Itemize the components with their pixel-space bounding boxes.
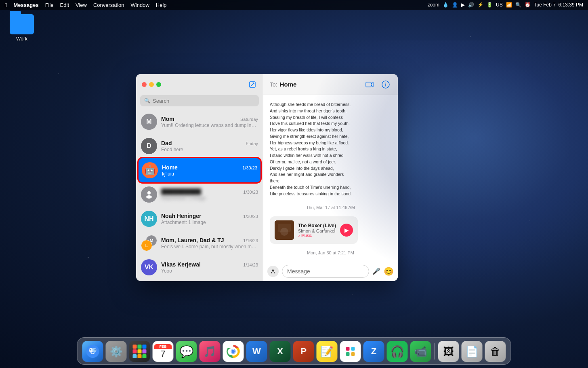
menubar-wifi-icon: 📶 — [506, 2, 512, 8]
conv-content-home: Home 1/30/23 kjliuiu — [162, 164, 257, 177]
conv-time-home: 1/30/23 — [242, 165, 257, 170]
svg-point-2 — [146, 195, 152, 199]
conversation-item-unknown[interactable]: ██████████ 1/30/23 Attachment: 1 Image — [136, 182, 263, 207]
conv-name-mom: Mom — [161, 116, 174, 122]
close-button[interactable] — [142, 82, 147, 87]
dock-item-powerpoint[interactable]: P — [293, 341, 314, 362]
dock-item-launchpad[interactable] — [129, 341, 150, 362]
conversation-item-home[interactable]: 🤖 Home 1/30/23 kjliuiu — [139, 158, 260, 182]
menubar-edit[interactable]: Edit — [60, 2, 69, 8]
video-call-button[interactable] — [364, 79, 375, 90]
maximize-button[interactable] — [156, 82, 161, 87]
search-input[interactable] — [153, 98, 255, 104]
svg-rect-3 — [366, 82, 371, 87]
menubar-datetime: Tue Feb 7 6:13:39 PM — [534, 2, 583, 8]
music-info: The Boxer (Live) Simon & Garfunkel ♪ Mus… — [298, 223, 336, 238]
search-bar[interactable]: 🔍 — [140, 95, 259, 106]
conv-content-dad: Dad Friday Food here — [161, 140, 258, 152]
dock-item-finder[interactable] — [82, 341, 103, 362]
message-input[interactable] — [282, 265, 369, 278]
sidebar-toolbar — [136, 74, 263, 95]
compose-button[interactable] — [248, 80, 257, 89]
svg-point-17 — [232, 350, 235, 353]
svg-rect-21 — [351, 352, 355, 356]
dock-item-spotify[interactable]: 🎧 — [387, 341, 408, 362]
conv-name-family: Mom, Lauren, Dad & TJ — [161, 237, 224, 243]
chat-to-label: To: — [270, 81, 277, 88]
audio-button[interactable]: 🎤 — [372, 267, 380, 275]
dock-item-slack[interactable] — [340, 341, 361, 362]
avatar-unknown — [141, 186, 157, 203]
info-button[interactable] — [380, 79, 391, 90]
conversation-item-noah[interactable]: NH Noah Heninger 1/30/23 Attachment: 1 I… — [136, 207, 263, 231]
dock-separator — [435, 343, 435, 360]
folder-icon — [10, 14, 34, 34]
svg-point-5 — [385, 82, 386, 83]
emoji-button[interactable]: 😊 — [384, 266, 394, 276]
dock-item-music[interactable]: 🎵 — [200, 341, 220, 362]
music-card[interactable]: The Boxer (Live) Simon & Garfunkel ♪ Mus… — [270, 216, 358, 244]
avatar-vikas: VK — [141, 259, 157, 275]
menubar-app-name[interactable]: Messages — [13, 2, 38, 8]
svg-point-12 — [90, 349, 91, 351]
search-icon: 🔍 — [144, 98, 150, 104]
dock-item-facetime[interactable]: 📹 — [410, 341, 431, 362]
dock-item-messages[interactable]: 💬 — [176, 341, 197, 362]
dock-item-word[interactable]: W — [246, 341, 267, 362]
avatar-home: 🤖 — [142, 162, 158, 178]
apple-menu[interactable]:  — [5, 2, 7, 8]
svg-point-13 — [94, 349, 96, 351]
conv-name-vikas: Vikas Kerjewal — [161, 261, 201, 268]
conv-time-noah: 1/30/23 — [243, 214, 258, 219]
dock-item-zoom[interactable]: Z — [363, 341, 384, 362]
play-button[interactable]: ▶ — [340, 224, 353, 237]
conv-content-unknown: ██████████ 1/30/23 Attachment: 1 Image — [161, 188, 258, 201]
chat-title: Home — [280, 81, 297, 88]
menubar:  Messages File Edit View Conversation W… — [0, 0, 588, 10]
svg-rect-19 — [351, 347, 355, 351]
dock-item-preview[interactable]: 🖼 — [438, 341, 459, 362]
conversation-item-vikas[interactable]: VK Vikas Kerjewal 1/14/23 Yooo — [136, 255, 263, 279]
menubar-conversation[interactable]: Conversation — [93, 2, 124, 8]
music-service: ♪ Music — [298, 233, 336, 238]
conversation-item-dad[interactable]: D Dad Friday Food here — [136, 134, 263, 158]
conversation-item-mom[interactable]: M Mom Saturday Yum!! Ordering lettuce wr… — [136, 110, 263, 134]
conv-preview-vikas: Yooo — [161, 268, 258, 274]
conv-content-noah: Noah Heninger 1/30/23 Attachment: 1 Imag… — [161, 213, 258, 225]
conv-preview-unknown: Attachment: 1 Image — [161, 195, 258, 201]
minimize-button[interactable] — [149, 82, 154, 87]
dock-item-calendar[interactable]: FEB 7 — [153, 341, 174, 362]
conv-time-mom: Saturday — [240, 117, 258, 122]
apps-button[interactable]: A — [267, 266, 279, 277]
dock-item-excel[interactable]: X — [270, 341, 291, 362]
conv-name-home: Home — [162, 164, 178, 171]
svg-rect-18 — [346, 347, 350, 351]
chat-input-area: A 🎤 😊 — [263, 261, 398, 281]
conversation-item-family[interactable]: M L Mom, Lauren, Dad & TJ 1/16/23 Feels … — [136, 231, 263, 255]
dock-item-chrome[interactable] — [223, 341, 244, 362]
menubar-window[interactable]: Window — [131, 2, 149, 8]
timestamp-january: Mon, Jan 30 at 7:21 PM — [270, 250, 391, 255]
chat-toolbar: To: Home — [263, 74, 398, 95]
dock-item-files[interactable]: 📄 — [462, 341, 483, 362]
avatar-mom: M — [141, 114, 157, 130]
chat-title-area: To: Home — [270, 81, 296, 88]
desktop-folder-work[interactable]: Work — [6, 14, 38, 42]
music-title: The Boxer (Live) — [298, 223, 336, 228]
menubar-view[interactable]: View — [76, 2, 87, 8]
conv-time-dad: Friday — [246, 141, 258, 146]
home-avatar-image: 🤖 — [142, 162, 158, 178]
dock-item-notes[interactable]: 📝 — [317, 341, 338, 362]
dock-item-trash[interactable]: 🗑 — [485, 341, 506, 362]
conv-preview-mom: Yum!! Ordering lettuce wraps and dumplin… — [161, 123, 258, 128]
menubar-help[interactable]: Help — [156, 2, 167, 8]
dock: ⚙️ FEB 7 💬 🎵 — [77, 337, 511, 365]
conv-name-noah: Noah Heninger — [161, 213, 202, 219]
menubar-file[interactable]: File — [45, 2, 54, 8]
dock-item-settings[interactable]: ⚙️ — [106, 341, 127, 362]
svg-point-11 — [92, 348, 97, 353]
menubar-search-icon[interactable]: 🔍 — [515, 2, 521, 8]
menubar-user-icon: 👤 — [452, 2, 458, 8]
album-art — [275, 220, 294, 240]
music-artist: Simon & Garfunkel — [298, 228, 336, 233]
